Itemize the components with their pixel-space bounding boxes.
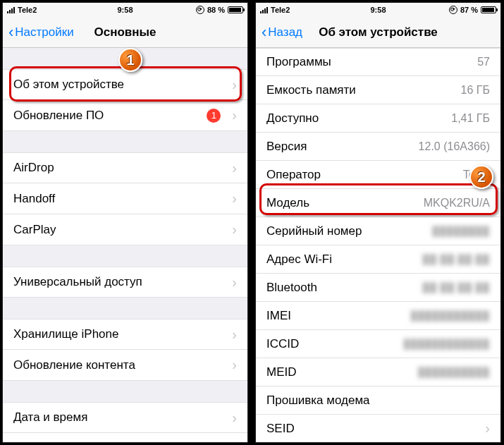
about-row: ICCID████████████ (256, 330, 500, 358)
cell-label: Оператор (266, 168, 463, 182)
chevron-right-icon: › (232, 440, 237, 443)
nav-bar: ‹ Назад Об этом устройстве (256, 17, 500, 48)
cell-value: 16 ГБ (461, 84, 490, 97)
cell-value: 12.0 (16A366) (419, 140, 490, 153)
cell-background-refresh[interactable]: Обновление контента › (3, 350, 247, 381)
cell-label: Версия (266, 140, 419, 154)
cell-label: Серийный номер (266, 224, 432, 238)
about-row: IMEI███████████ (256, 302, 500, 330)
cell-about[interactable]: Об этом устройстве › (3, 69, 247, 100)
cell-label: Клавиатура (13, 441, 226, 444)
phone-about-device: Tele2 9:58 ⟳ 87 % ‹ Назад Об этом устрой… (255, 2, 501, 443)
cell-label: Модель (266, 196, 424, 210)
update-badge: 1 (207, 109, 221, 123)
cell-label: Об этом устройстве (13, 78, 226, 92)
cell-value: 1,41 ГБ (451, 112, 490, 125)
chevron-right-icon: › (232, 274, 237, 291)
about-row: Прошивка модема (256, 386, 500, 415)
chevron-right-icon: › (232, 327, 237, 343)
rotation-lock-icon: ⟳ (449, 6, 457, 14)
about-row: Адрес Wi-Fi██:██:██:██ (256, 245, 500, 274)
about-row[interactable]: SEID› (256, 415, 500, 443)
cell-value: MKQK2RU/A (424, 197, 490, 209)
cell-label: Handoff (13, 192, 226, 206)
cell-label: SEID (266, 422, 479, 436)
cell-label: Обновление контента (13, 358, 226, 372)
status-bar: Tele2 9:58 ⟳ 87 % (256, 3, 500, 17)
cell-label: Bluetooth (266, 281, 422, 295)
back-button[interactable]: ‹ Настройки (8, 25, 74, 40)
clock-label: 9:58 (256, 6, 500, 14)
callout-one: 1 (118, 48, 142, 72)
cell-label: Универсальный доступ (13, 275, 226, 289)
cell-label: Доступно (266, 111, 451, 126)
about-row: Доступно1,41 ГБ (256, 104, 500, 133)
back-label: Настройки (15, 25, 73, 39)
cell-date-time[interactable]: Дата и время › (3, 402, 247, 433)
chevron-right-icon: › (232, 160, 237, 176)
cell-label: Обновление ПО (13, 109, 207, 123)
rotation-lock-icon: ⟳ (196, 6, 204, 14)
cell-label: Дата и время (13, 410, 226, 425)
nav-bar: ‹ Настройки Основные (3, 17, 247, 48)
cell-value: ████████ (432, 226, 490, 236)
cell-handoff[interactable]: Handoff › (3, 183, 247, 214)
chevron-right-icon: › (232, 77, 237, 93)
chevron-right-icon: › (232, 221, 237, 238)
cell-label: Адрес Wi-Fi (266, 252, 422, 267)
cell-carplay[interactable]: CarPlay › (3, 214, 247, 245)
callout-two: 2 (469, 165, 493, 189)
about-row: Bluetooth██:██:██:██ (256, 274, 500, 302)
about-row: ОператорTele2 (256, 161, 500, 189)
chevron-right-icon: › (232, 357, 237, 373)
cell-storage[interactable]: Хранилище iPhone › (3, 319, 247, 350)
cell-accessibility[interactable]: Универсальный доступ › (3, 267, 247, 298)
about-row: МодельMKQK2RU/A (256, 189, 500, 217)
cell-value: ██:██:██:██ (422, 254, 490, 264)
cell-value: 57 (477, 56, 490, 68)
about-row: Емкость памяти16 ГБ (256, 76, 500, 104)
status-bar: Tele2 9:58 ⟳ 88 % (3, 3, 247, 17)
cell-label: Емкость памяти (266, 83, 461, 97)
cell-label: CarPlay (13, 223, 226, 237)
settings-list: Об этом устройстве › Обновление ПО 1 › A… (3, 48, 247, 443)
back-label: Назад (268, 25, 302, 39)
cell-keyboard[interactable]: Клавиатура › (3, 433, 247, 443)
cell-label: Программы (266, 55, 477, 69)
cell-label: Хранилище iPhone (13, 327, 226, 341)
about-row: Серийный номер████████ (256, 217, 500, 245)
about-row: MEID██████████ (256, 358, 500, 386)
cell-value: ██:██:██:██ (422, 282, 490, 293)
chevron-right-icon: › (232, 107, 237, 123)
cell-label: IMEI (266, 309, 411, 323)
battery-icon (481, 6, 496, 13)
chevron-left-icon: ‹ (262, 25, 266, 40)
about-list: Программы57Емкость памяти16 ГБДоступно1,… (256, 48, 500, 443)
battery-icon (228, 6, 243, 13)
chevron-right-icon: › (232, 190, 237, 207)
cell-label: Прошивка модема (266, 394, 490, 408)
chevron-left-icon: ‹ (8, 25, 13, 40)
clock-label: 9:58 (3, 6, 247, 14)
cell-airdrop[interactable]: AirDrop › (3, 152, 247, 183)
about-row: Программы57 (256, 48, 500, 76)
cell-value: ██████████ (418, 367, 490, 377)
chevron-right-icon: › (232, 410, 237, 426)
cell-software-update[interactable]: Обновление ПО 1 › (3, 100, 247, 131)
cell-label: MEID (266, 365, 418, 379)
cell-value: ████████████ (403, 339, 490, 349)
chevron-right-icon: › (485, 420, 490, 437)
about-row: Версия12.0 (16A366) (256, 133, 500, 161)
cell-label: AirDrop (13, 161, 226, 175)
back-button[interactable]: ‹ Назад (262, 25, 302, 40)
cell-label: ICCID (266, 337, 403, 351)
cell-value: ███████████ (411, 310, 490, 321)
